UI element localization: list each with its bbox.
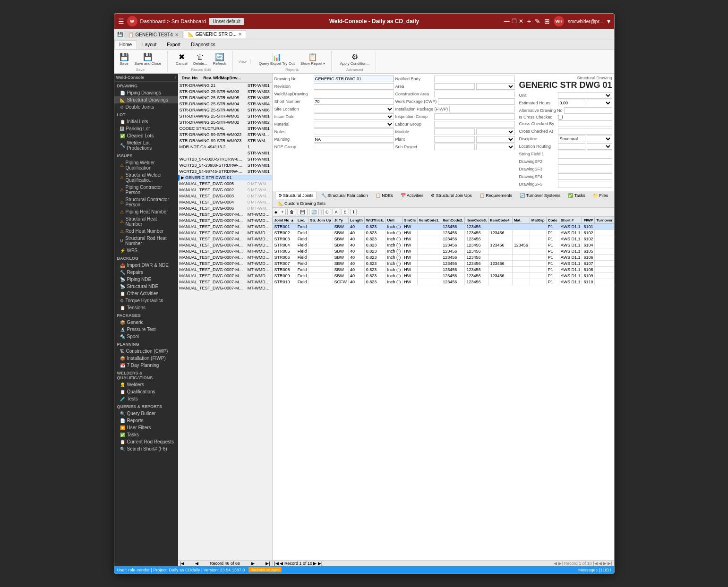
col-joint-no[interactable]: Joint No ▲ xyxy=(273,217,296,224)
input-area[interactable] xyxy=(434,83,475,90)
col-jt-ty[interactable]: Jt Ty xyxy=(333,217,349,224)
sidebar-item-piping-nde[interactable]: 📡 Piping NDE xyxy=(114,276,178,283)
table-row[interactable]: STR002 Field SBW 40 0.823 Inch (") HW xyxy=(273,230,614,236)
sidebar-item-welder-lot[interactable]: 🔧 Welder Lot Productions xyxy=(114,139,178,152)
input-drawing-sf5[interactable] xyxy=(558,181,612,187)
table-row[interactable]: STR009FieldSBW400.823Inch (")HW123456123… xyxy=(273,273,614,279)
col-short[interactable]: Short # xyxy=(559,217,582,224)
col-code[interactable]: Code xyxy=(546,217,559,224)
col-item-code2[interactable]: ItemCode2. xyxy=(441,217,465,224)
sidebar-item-welders[interactable]: 👷 Welders xyxy=(114,381,178,388)
input-module[interactable] xyxy=(434,128,475,135)
col-mat[interactable]: Mat. xyxy=(512,217,530,224)
drawing-row[interactable]: WCRT23_54-23988-STRDRW-0001STR-WM01 xyxy=(178,162,272,169)
nav-first-btn[interactable]: |◀ xyxy=(180,561,184,566)
drawing-row[interactable]: STR-DRAWING 25-STR-WM04STR-WM04 xyxy=(178,101,272,107)
tab-structural-fabrication[interactable]: 🔧 Structural Fabrication xyxy=(318,192,371,199)
select-sub-project[interactable] xyxy=(476,144,515,150)
edit-icon[interactable]: ✎ xyxy=(535,17,540,25)
sidebar-item-structural-heat[interactable]: ⚠ Structural Heat Number xyxy=(114,215,178,228)
sidebar-item-structural-contractor[interactable]: ⚠ Structural Contractor Person xyxy=(114,196,178,208)
input-drawing-sf2[interactable] xyxy=(558,158,612,165)
input-location-routing[interactable] xyxy=(558,143,585,150)
nav-prev-btn[interactable]: ◀ xyxy=(195,561,198,566)
copy-btn[interactable]: C xyxy=(323,209,331,215)
input-drawing-sf4[interactable] xyxy=(558,173,612,180)
input-notes[interactable] xyxy=(314,128,394,135)
nav-last-btn[interactable]: ▶| xyxy=(266,561,270,566)
sidebar-item-structural-rod[interactable]: M Structural Rod Heat Number xyxy=(114,235,178,247)
weld-nav-next[interactable]: ▶ xyxy=(313,561,317,566)
table-row[interactable]: STR001 Field SBW 40 0.823 Inch (") HW xyxy=(273,224,614,230)
weld-nav-last[interactable]: ▶| xyxy=(318,561,322,566)
drawing-row[interactable]: STR-WM01 xyxy=(178,150,272,156)
drawing-row[interactable]: MANUAL_TEST_DWG-0007-MT-WMD-...MT-WMD-00… xyxy=(178,267,272,273)
drawing-row[interactable]: STR-DRAWING 25-STR-WM05STR-WM05 xyxy=(178,95,272,101)
sidebar-item-torque[interactable]: ⚙ Torque Hydraulics xyxy=(114,297,178,304)
drawing-row[interactable]: MANUAL_TEST_DWG-0007-MT-WMD-...MT-WMD-01… xyxy=(178,242,272,248)
sidebar-item-structural-welder[interactable]: ⚠ Structural Welder Qualificatio... xyxy=(114,171,178,184)
input-cross-checked-by[interactable] xyxy=(558,120,612,127)
nav-next-btn[interactable]: ▶ xyxy=(251,561,255,566)
sidebar-item-installation[interactable]: 📦 Installation (FIWP) xyxy=(114,355,178,362)
sidebar-item-repairs[interactable]: 🔧 Repairs xyxy=(114,269,178,276)
tab-generic-test4[interactable]: 📋 GENERIC TEST4 ✕ xyxy=(124,31,183,38)
sidebar-item-rod-heat[interactable]: ⚠ Rod Heat Number xyxy=(114,228,178,235)
sidebar-item-tensions[interactable]: 📋 Tensions xyxy=(114,304,178,311)
sidebar-item-qualifications[interactable]: 📋 Qualifications xyxy=(114,388,178,395)
col-loc[interactable]: Loc. xyxy=(296,217,308,224)
dropdown-arrow-icon[interactable]: ▾ xyxy=(607,17,610,25)
input-drawing-sf3[interactable] xyxy=(558,166,612,172)
sidebar-item-initial-lots[interactable]: 📋 Initial Lots xyxy=(114,118,178,125)
drawing-row[interactable]: MANUAL_TEST_DWG-0007-MT-WMD-...MT-WMD-00… xyxy=(178,236,272,242)
input-construction-area[interactable] xyxy=(434,91,515,97)
drawing-row[interactable]: STR-DRAWING 21STR-WM01 xyxy=(178,83,272,89)
drawing-row[interactable]: WCRT23_54-6020-STRDRW-0001STR-WM01 xyxy=(178,156,272,162)
input-labour-group[interactable] xyxy=(434,121,515,128)
query-export-button[interactable]: 📊 Query Export Try-Out xyxy=(257,51,297,67)
sidebar-item-query-builder[interactable]: 🔍 Query Builder xyxy=(114,410,178,417)
sidebar-item-user-filters[interactable]: 🔽 User Filters xyxy=(114,424,178,431)
restore-button[interactable]: ❐ xyxy=(512,18,517,25)
checkbox-is-cross-checked[interactable] xyxy=(558,115,563,119)
input-alt-drawing[interactable] xyxy=(564,107,612,114)
col-item-code1[interactable]: ItemCode1. xyxy=(418,217,441,224)
grid-icon[interactable]: ⊞ xyxy=(544,17,550,25)
sidebar-item-parking-lot[interactable]: 🅿 Parking Lot xyxy=(114,125,178,132)
sidebar-item-search[interactable]: 🔍 Search Short# (F6) xyxy=(114,445,178,452)
input-discipline[interactable] xyxy=(558,136,585,142)
unset-default-button[interactable]: Unset default xyxy=(209,18,244,25)
sidebar-item-reports[interactable]: 📄 Reports xyxy=(114,417,178,424)
table-row[interactable]: STR007FieldSBW400.823Inch (")HW123456123… xyxy=(273,261,614,267)
sidebar-item-generic[interactable]: 📦 Generic xyxy=(114,319,178,326)
sidebar-item-other-activities[interactable]: 📋 Other Activities xyxy=(114,290,178,297)
input-nde-group[interactable] xyxy=(314,144,394,150)
tab-ndes[interactable]: 📋 NDEs xyxy=(372,192,396,199)
drawing-row[interactable]: MANUAL_TEST_DWG-0007-MT-WMD-...MT-WMD-00… xyxy=(178,285,272,291)
input-work-package[interactable] xyxy=(438,98,515,105)
select-est-hours[interactable] xyxy=(587,100,612,106)
drawing-row[interactable]: MANUAL_TEST_DWG-0007-MT-WMD-...MT-WMD-00… xyxy=(178,255,272,261)
sidebar-item-tasks[interactable]: ✅ Tasks xyxy=(114,431,178,438)
apply-condition-button[interactable]: ⚙ Apply Condition... xyxy=(337,51,372,67)
input-notified-body[interactable] xyxy=(434,76,515,82)
tab-close-button[interactable]: ✕ xyxy=(238,32,242,37)
input-sub-project[interactable] xyxy=(434,144,475,150)
col-fiwp[interactable]: FIWP xyxy=(582,217,595,224)
weld-nav-first[interactable]: |◀ xyxy=(274,561,279,566)
minimize-button[interactable]: — xyxy=(504,18,510,25)
tab-activities[interactable]: 📅 Activities xyxy=(397,192,427,199)
hamburger-icon[interactable]: ☰ xyxy=(118,17,124,25)
drawing-row[interactable]: MANUAL_TEST_DWG-0007-MT-WMD-...MT-WMD-00… xyxy=(178,218,272,224)
drawing-row[interactable]: MANUAL_TEST_DWG-0007-MT-WMD-...MT-WMD-00… xyxy=(178,248,272,255)
select-site-loc[interactable] xyxy=(314,106,394,112)
save-close-button[interactable]: 💾 Save and Close xyxy=(132,51,163,67)
drawing-row[interactable]: MANUAL_TEST_DWG-0007-MT-WMD-...MT-WMD-01… xyxy=(178,212,272,218)
sidebar-item-piping-contractor[interactable]: ⚠ Piping Contractor Person xyxy=(114,184,178,196)
sidebar-item-structural-drawings[interactable]: 📐 Structural Drawings xyxy=(114,96,178,103)
delete-row-btn[interactable]: 🗑 xyxy=(287,209,296,215)
paste-btn[interactable]: A xyxy=(333,209,340,215)
col-item-code4[interactable]: ItemCode4. xyxy=(488,217,512,224)
sidebar-item-import-dwr[interactable]: 📥 Import DWR & NDE xyxy=(114,262,178,269)
save-grid-btn[interactable]: 💾 xyxy=(298,209,308,215)
